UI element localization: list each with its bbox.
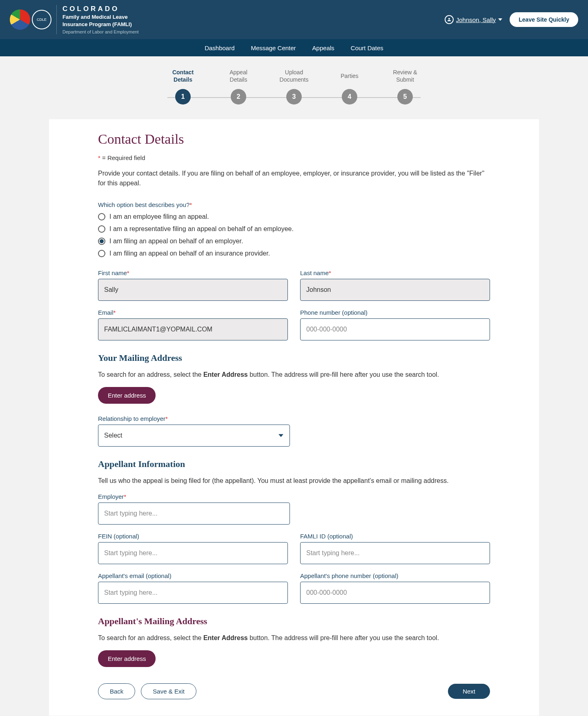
appellant-email-input[interactable] <box>98 582 288 604</box>
logo-dept: Department of Labor and Employment <box>62 29 139 34</box>
chevron-down-icon <box>498 18 502 21</box>
first-name-input[interactable] <box>98 279 288 301</box>
logo-block: CDLE COLORADO Family and Medical Leave I… <box>10 5 139 34</box>
appellant-title: Appellant Information <box>98 459 490 469</box>
step-4[interactable]: Parties 4 <box>322 68 377 105</box>
page-intro: Provide your contact details. If you are… <box>98 169 490 188</box>
fein-label: FEIN (optional) <box>98 533 288 540</box>
radio-icon <box>98 238 105 245</box>
nav-dashboard[interactable]: Dashboard <box>205 44 234 51</box>
app-header: CDLE COLORADO Family and Medical Leave I… <box>0 0 588 39</box>
next-button[interactable]: Next <box>448 684 490 699</box>
progress-stepper: ContactDetails 1 AppealDetails 2 UploadD… <box>0 56 588 119</box>
appellant-email-label: Appellant's email (optional) <box>98 572 288 579</box>
back-button[interactable]: Back <box>98 683 135 699</box>
radio-option-1[interactable]: I am an employee filing an appeal. <box>98 213 490 220</box>
relationship-select[interactable]: Select <box>98 425 290 447</box>
page-title: Contact Details <box>98 131 490 147</box>
mailing-title: Your Mailing Address <box>98 353 490 363</box>
main-nav: Dashboard Message Center Appeals Court D… <box>0 39 588 56</box>
famli-id-input[interactable] <box>300 542 490 564</box>
email-input[interactable] <box>98 318 288 340</box>
filer-type-label: Which option best describes you?* <box>98 201 490 208</box>
appellant-enter-address-button[interactable]: Enter address <box>98 650 156 667</box>
user-name: Johnson, Sally <box>456 16 496 23</box>
save-exit-button[interactable]: Save & Exit <box>141 683 196 699</box>
radio-icon <box>98 250 105 257</box>
cdle-seal-icon: CDLE <box>32 10 51 29</box>
nav-appeals[interactable]: Appeals <box>312 44 334 51</box>
enter-address-button[interactable]: Enter address <box>98 387 156 404</box>
header-right: Johnson, Sally Leave Site Quickly <box>445 12 578 27</box>
radio-icon <box>98 225 105 233</box>
appellant-text: Tell us who the appeal is being filed fo… <box>98 476 490 486</box>
first-name-label: First name* <box>98 269 288 276</box>
last-name-input[interactable] <box>300 279 490 301</box>
colorado-c-icon <box>10 9 30 30</box>
step-5[interactable]: Review &Submit 5 <box>377 68 433 105</box>
chevron-down-icon <box>278 434 283 437</box>
phone-input[interactable] <box>300 318 490 340</box>
nav-message-center[interactable]: Message Center <box>251 44 296 51</box>
radio-option-4[interactable]: I am filing an appeal on behalf of an in… <box>98 250 490 257</box>
mailing-text: To search for an address, select the Ent… <box>98 370 490 380</box>
user-icon <box>445 15 454 24</box>
nav-court-dates[interactable]: Court Dates <box>351 44 383 51</box>
famli-id-label: FAMLI ID (optional) <box>300 533 490 540</box>
logo-sub1: Family and Medical Leave <box>62 14 139 20</box>
employer-input[interactable] <box>98 503 290 525</box>
logo-text: COLORADO Family and Medical Leave Insura… <box>56 5 139 34</box>
footer-buttons: Back Save & Exit Next <box>98 683 490 699</box>
last-name-label: Last name* <box>300 269 490 276</box>
radio-option-2[interactable]: I am a representative filing an appeal o… <box>98 225 490 233</box>
step-1[interactable]: ContactDetails 1 <box>155 68 211 105</box>
relationship-label: Relationship to employer* <box>98 415 490 422</box>
user-menu[interactable]: Johnson, Sally <box>445 15 503 24</box>
filer-type-group: Which option best describes you?* I am a… <box>98 201 490 257</box>
logo-icons: CDLE <box>10 9 51 30</box>
radio-option-3[interactable]: I am filing an appeal on behalf of an em… <box>98 238 490 245</box>
leave-site-button[interactable]: Leave Site Quickly <box>510 12 578 27</box>
step-3[interactable]: UploadDocuments 3 <box>266 68 322 105</box>
required-note: * = Required field <box>98 154 490 161</box>
appellant-mailing-text: To search for an address, select the Ent… <box>98 633 490 643</box>
appellant-mailing-title: Appellant's Mailing Address <box>98 616 490 627</box>
appellant-phone-input[interactable] <box>300 582 490 604</box>
appellant-phone-label: Appellant's phone number (optional) <box>300 572 490 579</box>
phone-label: Phone number (optional) <box>300 309 490 316</box>
employer-label: Employer* <box>98 493 290 500</box>
main-content: Contact Details * = Required field Provi… <box>49 119 539 716</box>
fein-input[interactable] <box>98 542 288 564</box>
step-2[interactable]: AppealDetails 2 <box>211 68 266 105</box>
logo-sub2: Insurance Program (FAMLI) <box>62 21 139 28</box>
logo-title: COLORADO <box>62 5 139 13</box>
radio-icon <box>98 213 105 220</box>
email-label: Email* <box>98 309 288 316</box>
